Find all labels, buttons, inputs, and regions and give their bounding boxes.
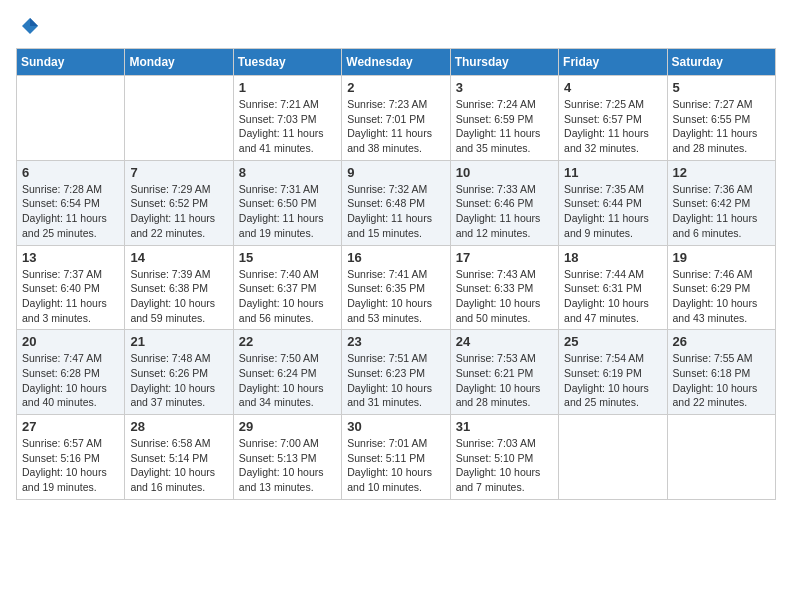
- day-number: 6: [22, 165, 119, 180]
- calendar-cell: 25Sunrise: 7:54 AM Sunset: 6:19 PM Dayli…: [559, 330, 667, 415]
- header-wednesday: Wednesday: [342, 49, 450, 76]
- day-number: 20: [22, 334, 119, 349]
- calendar-cell: 22Sunrise: 7:50 AM Sunset: 6:24 PM Dayli…: [233, 330, 341, 415]
- calendar-week-4: 20Sunrise: 7:47 AM Sunset: 6:28 PM Dayli…: [17, 330, 776, 415]
- calendar-cell: 8Sunrise: 7:31 AM Sunset: 6:50 PM Daylig…: [233, 160, 341, 245]
- day-info: Sunrise: 7:37 AM Sunset: 6:40 PM Dayligh…: [22, 267, 119, 326]
- day-info: Sunrise: 7:48 AM Sunset: 6:26 PM Dayligh…: [130, 351, 227, 410]
- day-info: Sunrise: 7:40 AM Sunset: 6:37 PM Dayligh…: [239, 267, 336, 326]
- calendar-cell: 4Sunrise: 7:25 AM Sunset: 6:57 PM Daylig…: [559, 76, 667, 161]
- calendar-cell: 11Sunrise: 7:35 AM Sunset: 6:44 PM Dayli…: [559, 160, 667, 245]
- day-info: Sunrise: 7:47 AM Sunset: 6:28 PM Dayligh…: [22, 351, 119, 410]
- day-number: 4: [564, 80, 661, 95]
- day-number: 3: [456, 80, 553, 95]
- calendar-cell: 3Sunrise: 7:24 AM Sunset: 6:59 PM Daylig…: [450, 76, 558, 161]
- day-number: 26: [673, 334, 770, 349]
- calendar-cell: 29Sunrise: 7:00 AM Sunset: 5:13 PM Dayli…: [233, 415, 341, 500]
- header-saturday: Saturday: [667, 49, 775, 76]
- calendar-cell: 19Sunrise: 7:46 AM Sunset: 6:29 PM Dayli…: [667, 245, 775, 330]
- calendar-cell: 21Sunrise: 7:48 AM Sunset: 6:26 PM Dayli…: [125, 330, 233, 415]
- calendar-table: SundayMondayTuesdayWednesdayThursdayFrid…: [16, 48, 776, 500]
- day-info: Sunrise: 6:57 AM Sunset: 5:16 PM Dayligh…: [22, 436, 119, 495]
- day-number: 7: [130, 165, 227, 180]
- calendar-cell: 13Sunrise: 7:37 AM Sunset: 6:40 PM Dayli…: [17, 245, 125, 330]
- header-friday: Friday: [559, 49, 667, 76]
- calendar-week-2: 6Sunrise: 7:28 AM Sunset: 6:54 PM Daylig…: [17, 160, 776, 245]
- day-info: Sunrise: 7:35 AM Sunset: 6:44 PM Dayligh…: [564, 182, 661, 241]
- calendar-cell: 27Sunrise: 6:57 AM Sunset: 5:16 PM Dayli…: [17, 415, 125, 500]
- calendar-cell: 2Sunrise: 7:23 AM Sunset: 7:01 PM Daylig…: [342, 76, 450, 161]
- day-number: 1: [239, 80, 336, 95]
- logo: [16, 16, 40, 36]
- day-number: 23: [347, 334, 444, 349]
- day-number: 9: [347, 165, 444, 180]
- day-info: Sunrise: 7:28 AM Sunset: 6:54 PM Dayligh…: [22, 182, 119, 241]
- header-monday: Monday: [125, 49, 233, 76]
- day-number: 29: [239, 419, 336, 434]
- day-info: Sunrise: 7:00 AM Sunset: 5:13 PM Dayligh…: [239, 436, 336, 495]
- calendar-cell: 10Sunrise: 7:33 AM Sunset: 6:46 PM Dayli…: [450, 160, 558, 245]
- day-number: 18: [564, 250, 661, 265]
- calendar-cell: [667, 415, 775, 500]
- day-number: 27: [22, 419, 119, 434]
- day-number: 13: [22, 250, 119, 265]
- day-info: Sunrise: 7:36 AM Sunset: 6:42 PM Dayligh…: [673, 182, 770, 241]
- day-number: 2: [347, 80, 444, 95]
- day-info: Sunrise: 7:32 AM Sunset: 6:48 PM Dayligh…: [347, 182, 444, 241]
- day-number: 19: [673, 250, 770, 265]
- day-info: Sunrise: 7:25 AM Sunset: 6:57 PM Dayligh…: [564, 97, 661, 156]
- day-info: Sunrise: 7:31 AM Sunset: 6:50 PM Dayligh…: [239, 182, 336, 241]
- day-info: Sunrise: 7:41 AM Sunset: 6:35 PM Dayligh…: [347, 267, 444, 326]
- header-sunday: Sunday: [17, 49, 125, 76]
- calendar-cell: 16Sunrise: 7:41 AM Sunset: 6:35 PM Dayli…: [342, 245, 450, 330]
- day-number: 21: [130, 334, 227, 349]
- day-number: 10: [456, 165, 553, 180]
- header-thursday: Thursday: [450, 49, 558, 76]
- calendar-header-row: SundayMondayTuesdayWednesdayThursdayFrid…: [17, 49, 776, 76]
- svg-marker-1: [30, 18, 38, 26]
- day-info: Sunrise: 7:46 AM Sunset: 6:29 PM Dayligh…: [673, 267, 770, 326]
- calendar-cell: 26Sunrise: 7:55 AM Sunset: 6:18 PM Dayli…: [667, 330, 775, 415]
- day-number: 17: [456, 250, 553, 265]
- day-info: Sunrise: 7:53 AM Sunset: 6:21 PM Dayligh…: [456, 351, 553, 410]
- calendar-week-3: 13Sunrise: 7:37 AM Sunset: 6:40 PM Dayli…: [17, 245, 776, 330]
- day-number: 16: [347, 250, 444, 265]
- day-number: 5: [673, 80, 770, 95]
- day-info: Sunrise: 7:44 AM Sunset: 6:31 PM Dayligh…: [564, 267, 661, 326]
- day-info: Sunrise: 7:39 AM Sunset: 6:38 PM Dayligh…: [130, 267, 227, 326]
- day-info: Sunrise: 7:33 AM Sunset: 6:46 PM Dayligh…: [456, 182, 553, 241]
- calendar-week-5: 27Sunrise: 6:57 AM Sunset: 5:16 PM Dayli…: [17, 415, 776, 500]
- day-info: Sunrise: 7:27 AM Sunset: 6:55 PM Dayligh…: [673, 97, 770, 156]
- calendar-cell: 14Sunrise: 7:39 AM Sunset: 6:38 PM Dayli…: [125, 245, 233, 330]
- page-header: [16, 16, 776, 36]
- calendar-cell: 20Sunrise: 7:47 AM Sunset: 6:28 PM Dayli…: [17, 330, 125, 415]
- day-number: 30: [347, 419, 444, 434]
- day-number: 12: [673, 165, 770, 180]
- day-number: 31: [456, 419, 553, 434]
- day-info: Sunrise: 7:55 AM Sunset: 6:18 PM Dayligh…: [673, 351, 770, 410]
- day-number: 15: [239, 250, 336, 265]
- day-info: Sunrise: 7:50 AM Sunset: 6:24 PM Dayligh…: [239, 351, 336, 410]
- day-number: 8: [239, 165, 336, 180]
- calendar-cell: 31Sunrise: 7:03 AM Sunset: 5:10 PM Dayli…: [450, 415, 558, 500]
- calendar-cell: 23Sunrise: 7:51 AM Sunset: 6:23 PM Dayli…: [342, 330, 450, 415]
- calendar-week-1: 1Sunrise: 7:21 AM Sunset: 7:03 PM Daylig…: [17, 76, 776, 161]
- day-number: 28: [130, 419, 227, 434]
- calendar-cell: 9Sunrise: 7:32 AM Sunset: 6:48 PM Daylig…: [342, 160, 450, 245]
- day-info: Sunrise: 6:58 AM Sunset: 5:14 PM Dayligh…: [130, 436, 227, 495]
- header-tuesday: Tuesday: [233, 49, 341, 76]
- calendar-cell: 12Sunrise: 7:36 AM Sunset: 6:42 PM Dayli…: [667, 160, 775, 245]
- day-number: 25: [564, 334, 661, 349]
- calendar-cell: 15Sunrise: 7:40 AM Sunset: 6:37 PM Dayli…: [233, 245, 341, 330]
- calendar-cell: 1Sunrise: 7:21 AM Sunset: 7:03 PM Daylig…: [233, 76, 341, 161]
- day-number: 11: [564, 165, 661, 180]
- calendar-cell: 17Sunrise: 7:43 AM Sunset: 6:33 PM Dayli…: [450, 245, 558, 330]
- day-number: 24: [456, 334, 553, 349]
- day-info: Sunrise: 7:21 AM Sunset: 7:03 PM Dayligh…: [239, 97, 336, 156]
- day-number: 22: [239, 334, 336, 349]
- calendar-cell: [559, 415, 667, 500]
- logo-icon: [20, 16, 40, 36]
- calendar-cell: 6Sunrise: 7:28 AM Sunset: 6:54 PM Daylig…: [17, 160, 125, 245]
- day-info: Sunrise: 7:23 AM Sunset: 7:01 PM Dayligh…: [347, 97, 444, 156]
- calendar-cell: 5Sunrise: 7:27 AM Sunset: 6:55 PM Daylig…: [667, 76, 775, 161]
